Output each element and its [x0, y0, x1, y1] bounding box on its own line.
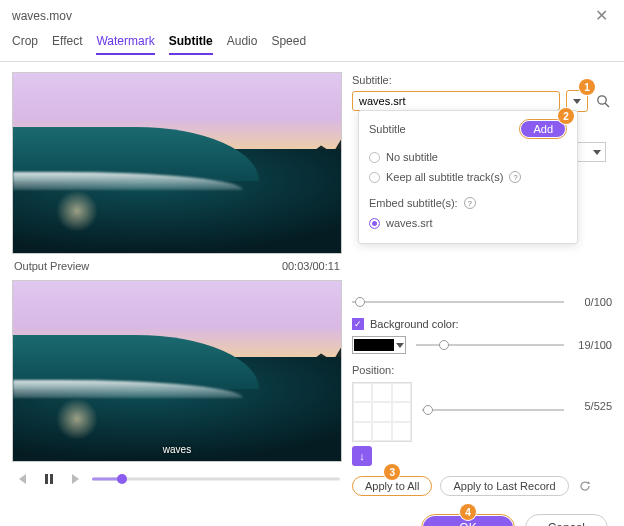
svg-marker-0 — [19, 474, 26, 484]
popup-heading: Subtitle — [369, 123, 406, 135]
preview-output: waves — [12, 280, 342, 462]
callout-2: 2 — [558, 108, 574, 124]
callout-3: 3 — [384, 464, 400, 480]
radio-selected-icon — [369, 218, 380, 229]
footer: OK 4 Cancel — [0, 504, 624, 526]
apply-to-last-button[interactable]: Apply to Last Record — [440, 476, 568, 496]
chevron-down-icon — [593, 150, 601, 155]
preview-meta: Output Preview 00:03/00:11 — [12, 258, 342, 276]
opacity-slider[interactable] — [352, 296, 564, 308]
info-icon[interactable]: ? — [509, 171, 521, 183]
bg-label: Background color: — [370, 318, 459, 330]
output-preview-label: Output Preview — [14, 260, 89, 272]
subtitle-label: Subtitle: — [352, 74, 612, 86]
bg-opacity-value: 19/100 — [574, 339, 612, 351]
preview-column: Output Preview 00:03/00:11 waves — [12, 72, 342, 496]
chevron-down-icon — [396, 343, 404, 348]
tabs: Crop Effect Watermark Subtitle Audio Spe… — [0, 31, 624, 62]
color-swatch — [354, 339, 394, 351]
preview-original — [12, 72, 342, 254]
tab-speed[interactable]: Speed — [271, 31, 306, 55]
svg-marker-3 — [72, 474, 79, 484]
tab-audio[interactable]: Audio — [227, 31, 258, 55]
tab-effect[interactable]: Effect — [52, 31, 82, 55]
tab-crop[interactable]: Crop — [12, 31, 38, 55]
embed-label: Embed subtitle(s): — [369, 197, 458, 209]
position-picker: ↓ — [352, 382, 412, 466]
radio-icon — [369, 172, 380, 183]
reset-icon[interactable] — [577, 478, 593, 494]
position-value: 5/525 — [574, 400, 612, 412]
close-icon[interactable]: ✕ — [591, 6, 612, 25]
option-embed-file[interactable]: waves.srt — [369, 213, 567, 233]
cancel-button[interactable]: Cancel — [525, 514, 608, 526]
subtitle-caption: waves — [163, 444, 191, 455]
pause-icon[interactable] — [40, 470, 58, 488]
bg-opacity-slider[interactable] — [416, 339, 564, 351]
arrow-down-icon: ↓ — [359, 450, 365, 462]
preview-time: 00:03/00:11 — [282, 260, 340, 272]
seek-slider[interactable] — [92, 472, 340, 486]
prev-icon[interactable] — [14, 470, 32, 488]
svg-line-5 — [605, 103, 609, 107]
subtitle-input[interactable] — [352, 91, 560, 111]
option-no-subtitle[interactable]: No subtitle — [369, 147, 567, 167]
bg-color-select[interactable] — [352, 336, 406, 354]
tab-subtitle[interactable]: Subtitle — [169, 31, 213, 55]
option-keep-all[interactable]: Keep all subtitle track(s) ? — [369, 167, 567, 187]
tab-watermark[interactable]: Watermark — [96, 31, 154, 55]
subtitle-popup: Subtitle Add 2 No subtitle Keep all subt… — [358, 110, 578, 244]
titlebar: waves.mov ✕ — [0, 0, 624, 31]
position-grid[interactable] — [352, 382, 412, 442]
svg-point-4 — [598, 96, 606, 104]
radio-icon — [369, 152, 380, 163]
chevron-down-icon — [573, 99, 581, 104]
position-down-button[interactable]: ↓ — [352, 446, 372, 466]
callout-1: 1 — [579, 79, 595, 95]
callout-4: 4 — [460, 504, 476, 520]
position-slider[interactable] — [422, 404, 564, 416]
search-icon[interactable] — [594, 92, 612, 110]
svg-marker-6 — [587, 481, 590, 484]
info-icon[interactable]: ? — [464, 197, 476, 209]
settings-panel: Subtitle: 1 Subtitle Add 2 N — [352, 72, 612, 496]
svg-rect-1 — [45, 474, 48, 484]
window-title: waves.mov — [12, 9, 72, 23]
next-icon[interactable] — [66, 470, 84, 488]
embed-file-label: waves.srt — [386, 217, 432, 229]
embed-row: Embed subtitle(s): ? — [369, 193, 567, 213]
position-label: Position: — [352, 364, 612, 376]
add-button[interactable]: Add — [521, 121, 565, 137]
opacity-value: 0/100 — [574, 296, 612, 308]
playback-controls — [12, 466, 342, 488]
no-subtitle-label: No subtitle — [386, 151, 438, 163]
bg-checkbox[interactable]: ✓ — [352, 318, 364, 330]
svg-rect-2 — [50, 474, 53, 484]
keep-all-label: Keep all subtitle track(s) — [386, 171, 503, 183]
